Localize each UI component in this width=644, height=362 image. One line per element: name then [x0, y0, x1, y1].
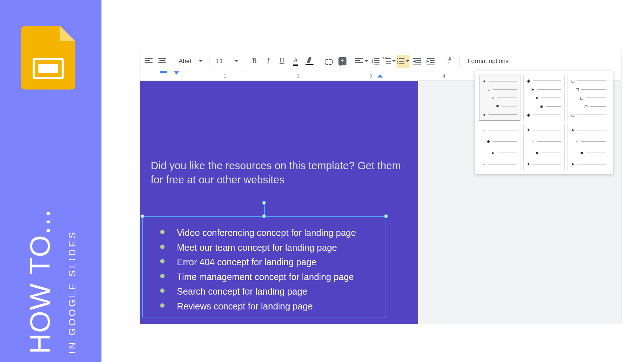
highlight-icon [306, 57, 313, 65]
clear-formatting-button[interactable] [443, 55, 456, 68]
list-item[interactable]: Search concept for landing page [160, 284, 378, 299]
align-center-button[interactable] [156, 55, 169, 68]
resize-handle-n[interactable] [262, 215, 266, 218]
comment-icon [338, 57, 346, 65]
chevron-down-icon [406, 60, 410, 62]
chevron-down-icon [199, 60, 203, 62]
resize-handle-nw[interactable] [141, 215, 144, 218]
google-slides-window: Abel 11 B I U A [140, 51, 622, 324]
font-size-select[interactable]: 11 [212, 55, 242, 68]
bullet-style-option[interactable]: ➤○■➤ [568, 124, 609, 170]
rotate-handle[interactable] [262, 201, 266, 205]
align-left-icon [145, 57, 153, 65]
chevron-down-icon [392, 60, 396, 62]
clear-formatting-icon [446, 57, 454, 65]
chevron-down-icon [365, 60, 368, 62]
increase-indent-icon [427, 57, 435, 65]
google-slides-logo [21, 26, 75, 90]
banner-title: HOW TO... [24, 209, 57, 354]
slide-title[interactable]: Did you like the resources on this templ… [151, 159, 401, 187]
decrease-indent-icon [413, 57, 421, 65]
numbered-list-button[interactable] [383, 55, 396, 68]
tutorial-banner: HOW TO... IN GOOGLE SLIDES [0, 0, 101, 362]
bullet-style-popup: ●○○■●◆➤➤■◆◻◻◻◻◻→◆●→★○■★➤○■➤ [475, 71, 613, 174]
resize-handle-ne[interactable] [384, 215, 388, 218]
bold-button[interactable]: B [248, 55, 261, 68]
list-item[interactable]: Meet our team concept for landing page [160, 240, 378, 255]
bullet-style-option[interactable]: ★○■★ [523, 124, 565, 170]
list-item[interactable]: Video conferencing concept for landing p… [160, 225, 378, 240]
align-left-button[interactable] [142, 55, 155, 68]
bulleted-list-icon [396, 57, 404, 65]
text-align-button[interactable] [355, 55, 368, 68]
bullet-style-option[interactable]: ●○○■● [479, 75, 520, 121]
text-color-button[interactable]: A [289, 55, 302, 68]
increase-indent-button[interactable] [424, 55, 437, 68]
underline-button[interactable]: U [275, 55, 288, 68]
font-size: 11 [216, 58, 223, 65]
bullet-style-option[interactable]: ◆➤➤■◆ [523, 75, 565, 121]
toolbar: Abel 11 B I U A [140, 51, 621, 71]
line-spacing-button[interactable] [369, 55, 382, 68]
italic-button[interactable]: I [262, 55, 275, 68]
slide[interactable]: Did you like the resources on this templ… [140, 81, 418, 324]
banner-subtitle: IN GOOGLE SLIDES [67, 230, 78, 354]
numbered-list-icon [383, 57, 391, 65]
selected-textbox[interactable]: Video conferencing concept for landing p… [142, 216, 386, 317]
chevron-down-icon [234, 60, 238, 62]
highlight-button[interactable] [303, 55, 316, 68]
insert-link-button[interactable] [322, 55, 335, 68]
bullet-style-option[interactable]: ◻◻◻◻◻ [568, 75, 609, 121]
decrease-indent-button[interactable] [410, 55, 423, 68]
bullet-style-option[interactable]: →◆●→ [479, 124, 520, 170]
list-item[interactable]: Reviews concept for landing page [160, 299, 378, 314]
list-item[interactable]: Time management concept for landing page [160, 270, 378, 284]
align-center-icon [158, 57, 166, 65]
bullet-list[interactable]: Video conferencing concept for landing p… [143, 217, 386, 313]
align-icon [355, 57, 363, 65]
list-item[interactable]: Error 404 concept for landing page [160, 255, 378, 270]
add-comment-button[interactable] [336, 55, 349, 68]
line-spacing-icon [371, 57, 379, 65]
bulleted-list-button[interactable] [396, 55, 410, 68]
link-icon [325, 57, 333, 65]
font-select[interactable]: Abel [175, 55, 206, 68]
format-options-button[interactable]: Format options [462, 58, 514, 65]
font-name: Abel [179, 58, 191, 65]
